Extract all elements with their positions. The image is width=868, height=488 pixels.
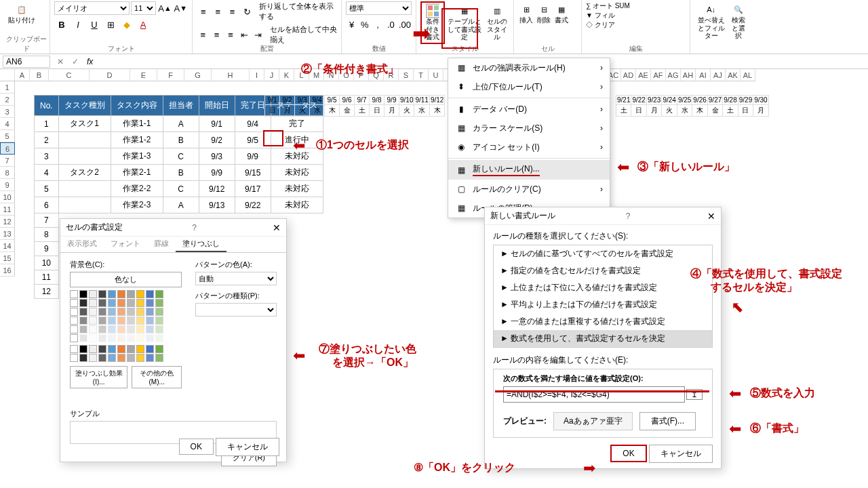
task-cell[interactable]: 10: [35, 256, 59, 270]
column-header[interactable]: J: [264, 69, 279, 81]
color-swatch[interactable]: [146, 354, 154, 362]
rule-type-item[interactable]: ► 平均より上または下の値だけを書式設定: [494, 296, 712, 313]
task-cell[interactable]: 1: [35, 116, 59, 132]
column-header[interactable]: U: [429, 69, 443, 81]
column-header[interactable]: AG: [666, 69, 681, 81]
task-cell[interactable]: 9: [35, 242, 59, 256]
align-bot-button[interactable]: ≡: [226, 5, 239, 18]
format-cancel-button[interactable]: キャンセル: [216, 438, 279, 456]
font-name-select[interactable]: メイリオ: [54, 1, 130, 15]
task-cell[interactable]: 作業2-3: [111, 197, 163, 214]
color-swatch[interactable]: [98, 334, 106, 342]
task-cell[interactable]: 未対応: [271, 197, 323, 214]
color-swatch[interactable]: [136, 334, 144, 342]
task-cell[interactable]: 作業1-2: [111, 132, 163, 148]
indent-inc-button[interactable]: ⇥: [252, 28, 264, 41]
color-swatch[interactable]: [79, 325, 87, 333]
color-swatch[interactable]: [136, 354, 144, 362]
column-header[interactable]: D: [90, 69, 130, 81]
column-header[interactable]: AD: [621, 69, 636, 81]
menu-data-bars[interactable]: ▮データ バー(D)›: [448, 100, 610, 119]
color-swatch[interactable]: [117, 345, 125, 353]
column-header[interactable]: AL: [741, 69, 755, 81]
color-swatch[interactable]: [98, 317, 106, 325]
row-header[interactable]: 9: [0, 179, 15, 191]
bold-button[interactable]: B: [54, 18, 69, 31]
color-swatch[interactable]: [89, 299, 97, 307]
color-swatch[interactable]: [70, 325, 78, 333]
task-cell[interactable]: [58, 181, 111, 197]
color-swatch[interactable]: [108, 325, 116, 333]
color-swatch[interactable]: [89, 345, 97, 353]
task-cell[interactable]: 9/22: [235, 197, 271, 214]
decrease-font-button[interactable]: A▼: [174, 1, 188, 15]
color-swatch[interactable]: [146, 290, 154, 298]
find-select-button[interactable]: 🔍検索と選択: [729, 1, 747, 41]
color-swatch[interactable]: [136, 345, 144, 353]
color-swatch[interactable]: [146, 308, 154, 316]
task-cell[interactable]: 作業1-1: [111, 116, 163, 132]
inc-dec-button[interactable]: .0: [385, 18, 397, 31]
column-header[interactable]: A: [15, 69, 30, 81]
color-swatch[interactable]: [117, 299, 125, 307]
task-cell[interactable]: 9/9: [199, 165, 235, 181]
row-header[interactable]: 5: [0, 130, 15, 142]
task-cell[interactable]: C: [163, 148, 199, 165]
clear-button[interactable]: ◇ クリア: [586, 20, 686, 30]
color-swatch[interactable]: [79, 334, 87, 342]
rule-type-item[interactable]: ► セルの値に基づいてすべてのセルを書式設定: [494, 245, 712, 262]
help-icon[interactable]: ?: [626, 211, 637, 221]
row-header[interactable]: 3: [0, 106, 15, 118]
column-header[interactable]: H: [212, 69, 250, 81]
column-header[interactable]: I: [250, 69, 264, 81]
color-swatch[interactable]: [155, 354, 163, 362]
delete-cells-button[interactable]: ⊟削除: [536, 1, 552, 26]
task-cell[interactable]: 4: [35, 165, 59, 181]
task-cell[interactable]: 8: [35, 228, 59, 242]
row-header[interactable]: 4: [0, 118, 15, 130]
color-swatch[interactable]: [127, 299, 135, 307]
task-cell[interactable]: 9/3: [199, 148, 235, 165]
color-swatch[interactable]: [70, 317, 78, 325]
color-swatch[interactable]: [127, 334, 135, 342]
row-header[interactable]: 6: [0, 142, 15, 155]
color-swatch[interactable]: [89, 317, 97, 325]
color-swatch[interactable]: [98, 345, 106, 353]
comma-button[interactable]: ,: [372, 18, 383, 31]
rule-ok-button[interactable]: OK: [610, 445, 646, 462]
pattern-color-select[interactable]: 自動: [195, 272, 277, 285]
task-cell[interactable]: 3: [35, 148, 59, 165]
close-icon[interactable]: ✕: [273, 222, 281, 233]
color-swatch[interactable]: [108, 290, 116, 298]
wrap-text-button[interactable]: 折り返して全体を表示する: [259, 1, 337, 22]
color-swatch[interactable]: [155, 334, 163, 342]
row-header[interactable]: 8: [0, 167, 15, 179]
color-swatch[interactable]: [146, 317, 154, 325]
task-cell[interactable]: 9/17: [235, 181, 271, 197]
task-cell[interactable]: 作業1-3: [111, 148, 163, 165]
color-swatch[interactable]: [136, 317, 144, 325]
format-tab[interactable]: フォント: [104, 237, 147, 252]
row-header[interactable]: 7: [0, 155, 15, 167]
task-cell[interactable]: 未対応: [271, 181, 323, 197]
column-header[interactable]: G: [184, 69, 212, 81]
align-top-button[interactable]: ≡: [197, 5, 210, 18]
column-header[interactable]: AH: [681, 69, 696, 81]
number-format-select[interactable]: 標準: [346, 1, 412, 15]
font-color-button[interactable]: A: [136, 18, 151, 31]
row-header[interactable]: 1: [0, 81, 15, 94]
task-cell[interactable]: A: [163, 116, 199, 132]
task-cell[interactable]: 9/2: [199, 132, 235, 148]
fx-icon[interactable]: fx: [83, 57, 97, 66]
task-cell[interactable]: B: [163, 132, 199, 148]
border-button[interactable]: ⊞: [103, 18, 118, 31]
insert-cells-button[interactable]: ⊞挿入: [518, 1, 534, 26]
color-swatch[interactable]: [108, 308, 116, 316]
rule-type-item[interactable]: ► 上位または下位に入る値だけを書式設定: [494, 279, 712, 296]
task-cell[interactable]: 9/13: [199, 197, 235, 214]
fill-button[interactable]: ▼ フィル: [586, 11, 686, 20]
color-swatch[interactable]: [136, 290, 144, 298]
task-cell[interactable]: タスク2: [58, 165, 111, 181]
task-cell[interactable]: 9/5: [235, 132, 271, 148]
task-cell[interactable]: 作業2-2: [111, 181, 163, 197]
